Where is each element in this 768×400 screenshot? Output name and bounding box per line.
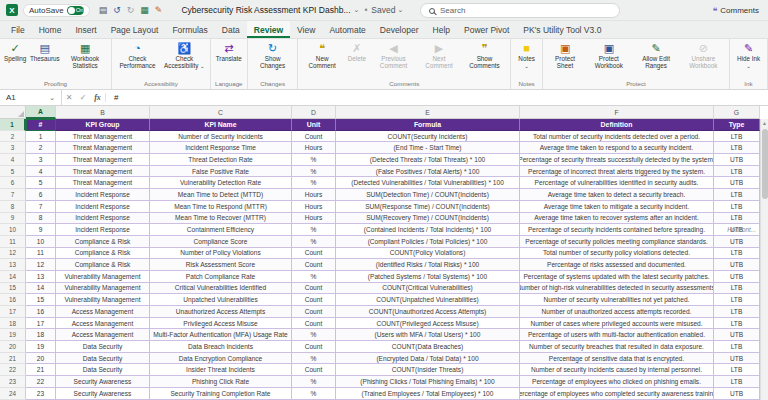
cell[interactable]: Percentage of employees who completed se…	[520, 388, 714, 400]
cell[interactable]: Average time taken to respond to a secur…	[520, 142, 714, 154]
row-header-20[interactable]: 20	[0, 341, 26, 353]
cell[interactable]: Hours	[292, 142, 336, 154]
cell[interactable]: Incident Response	[56, 189, 150, 201]
cell[interactable]: %	[292, 353, 336, 365]
cell[interactable]: Threat Detection Rate	[150, 154, 292, 166]
cell[interactable]: Containment Efficiency	[150, 224, 292, 236]
row-header-10[interactable]: 10	[0, 224, 26, 236]
cell[interactable]: LTB	[714, 283, 760, 295]
cell[interactable]: COUNT(Privileged Access Misuse)	[336, 318, 520, 330]
column-header-c[interactable]: C	[150, 106, 292, 119]
row-header-22[interactable]: 22	[0, 364, 26, 376]
tab-help[interactable]: Help	[426, 21, 457, 38]
tab-pk-s-utility-tool-v3-0[interactable]: PK's Utility Tool V3.0	[516, 21, 608, 38]
tab-formulas[interactable]: Formulas	[165, 21, 214, 38]
row-header-24[interactable]: 24	[0, 388, 26, 400]
cell[interactable]: Multi-Factor Authentication (MFA) Usage …	[150, 329, 292, 341]
cell[interactable]: Security Awareness	[56, 376, 150, 388]
scroll-up-icon[interactable]: ▲	[761, 119, 768, 127]
cell[interactable]: Data Encryption Compliance	[150, 353, 292, 365]
cell[interactable]: Count	[292, 259, 336, 271]
cell[interactable]: Percentage of security policies meeting …	[520, 236, 714, 248]
cell[interactable]: %	[292, 224, 336, 236]
cell[interactable]: (End Time - Start Time)	[336, 142, 520, 154]
cell[interactable]: Data Security	[56, 341, 150, 353]
tab-review[interactable]: Review	[247, 21, 290, 38]
formula-input[interactable]: #	[106, 93, 126, 102]
pen-icon[interactable]: ✎	[155, 5, 163, 15]
row-header-18[interactable]: 18	[0, 318, 26, 330]
cell[interactable]: 11	[26, 248, 56, 260]
header-cell-[interactable]: #	[26, 119, 56, 131]
cell[interactable]: Compliance & Risk	[56, 236, 150, 248]
cell[interactable]: 10	[26, 236, 56, 248]
row-header-23[interactable]: 23	[0, 376, 26, 388]
cell[interactable]: LTB	[714, 131, 760, 143]
cell[interactable]: SUM(Detection Time) / COUNT(Incidents)	[336, 189, 520, 201]
hide-ink-button[interactable]: ✎Hide Ink ⌄	[732, 40, 765, 69]
check-accessibility-button[interactable]: ♿Check Accessibility ⌄	[161, 40, 208, 69]
tab-developer[interactable]: Developer	[373, 21, 426, 38]
cell[interactable]: Access Management	[56, 306, 150, 318]
document-title-area[interactable]: Cybersecurity Risk Assessment KPI Dashb.…	[181, 5, 403, 15]
cell[interactable]: COUNT(Unpatched Vulnerabilities)	[336, 294, 520, 306]
cell[interactable]: Count	[292, 248, 336, 260]
row-header-11[interactable]: 11	[0, 236, 26, 248]
cell[interactable]: Data Breach Incidents	[150, 341, 292, 353]
cell[interactable]: Percentage of risks assessed and documen…	[520, 259, 714, 271]
row-header-9[interactable]: 9	[0, 213, 26, 225]
cell[interactable]: 18	[26, 329, 56, 341]
cell[interactable]: Compliance & Risk	[56, 248, 150, 260]
cell[interactable]: LTB	[714, 306, 760, 318]
allow-edit-ranges-button[interactable]: ✎Allow Edit Ranges	[632, 40, 679, 69]
tab-home[interactable]: Home	[32, 21, 69, 38]
cell[interactable]: 19	[26, 341, 56, 353]
cell[interactable]: LTB	[714, 213, 760, 225]
cell[interactable]: LTB	[714, 364, 760, 376]
cell[interactable]: Average time taken to detect a security …	[520, 189, 714, 201]
cell[interactable]: %	[292, 166, 336, 178]
tab-page-layout[interactable]: Page Layout	[104, 21, 166, 38]
cell[interactable]: Total number of security policy violatio…	[520, 248, 714, 260]
cell[interactable]: False Positive Rate	[150, 166, 292, 178]
cell[interactable]: Number of security vulnerabilities not y…	[520, 294, 714, 306]
row-header-4[interactable]: 4	[0, 154, 26, 166]
row-header-17[interactable]: 17	[0, 306, 26, 318]
cell[interactable]: Vulnerability Detection Rate	[150, 177, 292, 189]
cell[interactable]: (Users with MFA / Total Users) * 100	[336, 329, 520, 341]
row-header-14[interactable]: 14	[0, 271, 26, 283]
cell[interactable]: Number of security breaches that resulte…	[520, 341, 714, 353]
column-header-g[interactable]: G	[714, 106, 760, 119]
new-comment-button[interactable]: ❝New Comment	[300, 40, 343, 69]
cell[interactable]: 14	[26, 283, 56, 295]
sheet-icon[interactable]: ▦	[140, 5, 149, 15]
cell[interactable]: LTB	[714, 166, 760, 178]
cell[interactable]: Threat Management	[56, 166, 150, 178]
cell[interactable]: Unauthorized Access Attempts	[150, 306, 292, 318]
cell[interactable]: Hours	[292, 213, 336, 225]
vertical-scrollbar[interactable]: ▲	[760, 119, 768, 400]
cell[interactable]: LTB	[714, 142, 760, 154]
cell[interactable]: %	[292, 271, 336, 283]
cell[interactable]: Total number of security incidents detec…	[520, 131, 714, 143]
cell[interactable]: Count	[292, 364, 336, 376]
row-header-16[interactable]: 16	[0, 294, 26, 306]
cell[interactable]: COUNT(Security Incidents)	[336, 131, 520, 143]
cell[interactable]: COUNT(Data Breaches)	[336, 341, 520, 353]
cell[interactable]: Threat Management	[56, 154, 150, 166]
row-header-3[interactable]: 3	[0, 142, 26, 154]
row-header-6[interactable]: 6	[0, 177, 26, 189]
protect-sheet-button[interactable]: ▣Protect Sheet	[545, 40, 585, 69]
cell[interactable]: %	[292, 388, 336, 400]
cell[interactable]: COUNT(Policy Violations)	[336, 248, 520, 260]
column-header-f[interactable]: F	[520, 106, 714, 119]
cell[interactable]: (False Positives / Total Alerts) * 100	[336, 166, 520, 178]
header-cell-definition[interactable]: Definition	[520, 119, 714, 131]
cell[interactable]: (Encrypted Data / Total Data) * 100	[336, 353, 520, 365]
cell[interactable]: Hours	[292, 189, 336, 201]
cell[interactable]: %	[292, 376, 336, 388]
name-box[interactable]: A1 ⌄	[0, 90, 62, 105]
cell[interactable]: 22	[26, 376, 56, 388]
cancel-icon[interactable]: ✕	[62, 93, 76, 102]
cell[interactable]: Number of cases where privileged account…	[520, 318, 714, 330]
